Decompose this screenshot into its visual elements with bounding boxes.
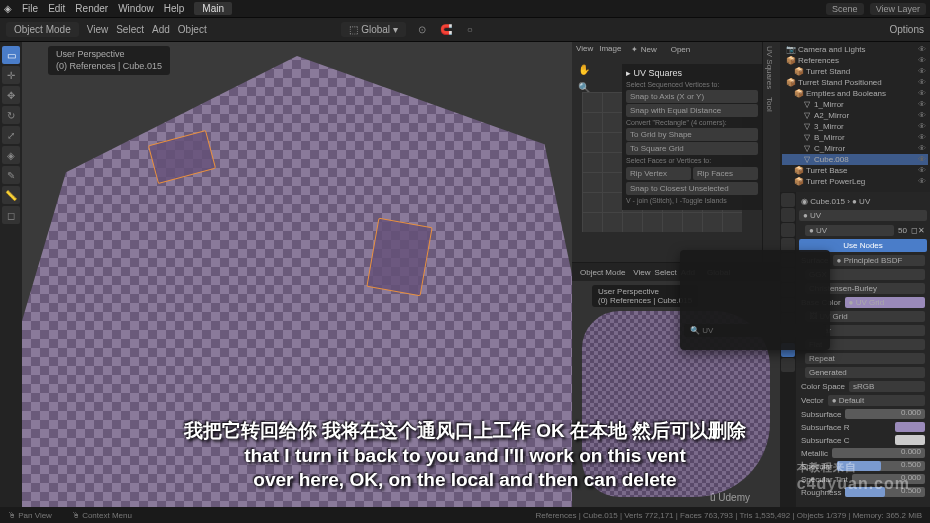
search-input[interactable]: 🔍 UV <box>684 324 826 337</box>
outliner-item[interactable]: 📦References👁 <box>782 55 928 66</box>
options-dropdown[interactable]: Options <box>890 24 924 35</box>
menu-render[interactable]: Render <box>75 3 108 14</box>
prop-tab-view[interactable] <box>781 223 795 237</box>
uv-new-button[interactable]: ✦ New <box>627 44 660 55</box>
menu-object[interactable]: Object <box>178 24 207 35</box>
scene-selector[interactable]: Scene <box>826 3 864 15</box>
colorspace-field[interactable]: sRGB <box>849 381 925 392</box>
outliner-item[interactable]: 📦Empties and Booleans👁 <box>782 88 928 99</box>
model-surface <box>22 42 572 507</box>
uv-editor[interactable]: View Image ✦ New Open ✋ 🔍 ▸ UV Squares S… <box>572 42 762 262</box>
menu-view[interactable]: View <box>87 24 109 35</box>
outliner-item[interactable]: 📷Camera and Lights👁 <box>782 44 928 55</box>
outliner-item[interactable]: ▽3_Mirror👁 <box>782 121 928 132</box>
vector-field[interactable]: ● Default <box>828 395 925 406</box>
material-delete-icon[interactable]: ✕ <box>918 226 925 235</box>
uv-open-button[interactable]: Open <box>667 44 695 55</box>
prop-tab-texture[interactable] <box>781 358 795 372</box>
menu-edit[interactable]: Edit <box>48 3 65 14</box>
sss-color[interactable] <box>895 435 925 445</box>
outliner-item[interactable]: 📦Turret Stand👁 <box>782 66 928 77</box>
menu-select[interactable]: Select <box>116 24 144 35</box>
outliner-item[interactable]: ▽1_Mirror👁 <box>782 99 928 110</box>
watermark: 本教程来自 c4dyuan.com <box>797 457 910 493</box>
status-hint-context: 🖱 Context Menu <box>72 511 132 520</box>
search-popup[interactable]: 🔍 UV <box>680 250 830 350</box>
outliner-item[interactable]: 📦Turret Stand Positioned👁 <box>782 77 928 88</box>
rip-faces-button[interactable]: Rip Faces <box>693 167 758 180</box>
material-name-field[interactable]: ● UV <box>805 225 894 236</box>
outliner-item[interactable]: ▽A2_Mirror👁 <box>782 110 928 121</box>
snap-closest-button[interactable]: Snap to Closest Unselected <box>626 182 758 195</box>
orientation-selector[interactable]: ⬚ Global ▾ <box>341 22 405 37</box>
tool-transform[interactable]: ◈ <box>2 146 20 164</box>
outliner-item[interactable]: 📦Turret PowerLeg👁 <box>782 176 928 187</box>
uv-menu-view[interactable]: View <box>576 44 593 55</box>
snap-icon[interactable]: 🧲 <box>438 22 454 38</box>
surface-shader-field[interactable]: ● Principled BSDF <box>833 255 925 266</box>
uv-squares-panel: ▸ UV Squares Select Sequenced Vertices t… <box>622 64 762 210</box>
uv-menu-image[interactable]: Image <box>599 44 621 55</box>
proportional-icon[interactable]: ○ <box>462 22 478 38</box>
menu-window[interactable]: Window <box>118 3 154 14</box>
rip-vertex-button[interactable]: Rip Vertex <box>626 167 691 180</box>
base-color-field[interactable]: ● UV Grid <box>845 297 925 308</box>
source-field[interactable]: Generated <box>805 367 925 378</box>
tool-annotate[interactable]: ✎ <box>2 166 20 184</box>
hand-icon[interactable]: ✋ <box>578 64 590 75</box>
blender-logo[interactable]: ◈ <box>4 3 12 14</box>
menu-help[interactable]: Help <box>164 3 185 14</box>
tool-rotate[interactable]: ↻ <box>2 106 20 124</box>
tab-tool[interactable]: Tool <box>763 93 776 116</box>
udemy-label: û Udemy <box>710 492 750 503</box>
tool-move[interactable]: ✥ <box>2 86 20 104</box>
square-grid-button[interactable]: To Square Grid <box>626 142 758 155</box>
prop-tab-render[interactable] <box>781 193 795 207</box>
menu-file[interactable]: File <box>22 3 38 14</box>
menu-add[interactable]: Add <box>152 24 170 35</box>
grid-shape-button[interactable]: To Grid by Shape <box>626 128 758 141</box>
viewport-info: User Perspective (0) References | Cube.0… <box>48 46 170 75</box>
outliner-item[interactable]: ▽C_Mirror👁 <box>782 143 928 154</box>
snap-equal-button[interactable]: Snap with Equal Distance <box>626 104 758 117</box>
outliner-item[interactable]: ▽B_Mirror👁 <box>782 132 928 143</box>
extension-field[interactable]: Repeat <box>805 353 925 364</box>
menu-select-2[interactable]: Select <box>655 268 677 277</box>
outliner-item[interactable]: 📦Turret Base👁 <box>782 165 928 176</box>
sss-radius-color[interactable] <box>895 422 925 432</box>
tab-uv-squares[interactable]: UV Squares <box>763 42 776 93</box>
tool-measure[interactable]: 📏 <box>2 186 20 204</box>
outliner-item[interactable]: ▽Cube.008👁 <box>782 154 928 165</box>
prop-tab-output[interactable] <box>781 208 795 222</box>
tool-add-cube[interactable]: ◻ <box>2 206 20 224</box>
tool-scale[interactable]: ⤢ <box>2 126 20 144</box>
toolbar-3d: ▭ ✛ ✥ ↻ ⤢ ◈ ✎ 📏 ◻ <box>0 42 22 507</box>
menu-view-2[interactable]: View <box>633 268 650 277</box>
mode-selector-2[interactable]: Object Mode <box>576 267 629 278</box>
status-stats: References | Cube.015 | Verts 772,171 | … <box>536 511 922 520</box>
material-slot[interactable]: ● UV <box>799 210 927 221</box>
pivot-icon[interactable]: ⊙ <box>414 22 430 38</box>
status-hint-pan: 🖱 Pan View <box>8 511 52 520</box>
snap-axis-button[interactable]: Snap to Axis (X or Y) <box>626 90 758 103</box>
material-browse-icon[interactable]: ◻ <box>911 226 918 235</box>
mode-selector[interactable]: Object Mode <box>6 22 79 37</box>
viewlayer-selector[interactable]: View Layer <box>870 3 926 15</box>
workspace-tab-main[interactable]: Main <box>194 2 232 15</box>
tool-select-box[interactable]: ▭ <box>2 46 20 64</box>
tool-cursor[interactable]: ✛ <box>2 66 20 84</box>
subsurface-slider[interactable]: 0.000 <box>845 409 925 419</box>
outliner[interactable]: 📷Camera and Lights👁📦References👁📦Turret S… <box>780 42 930 192</box>
viewport-3d[interactable]: User Perspective (0) References | Cube.0… <box>22 42 572 507</box>
